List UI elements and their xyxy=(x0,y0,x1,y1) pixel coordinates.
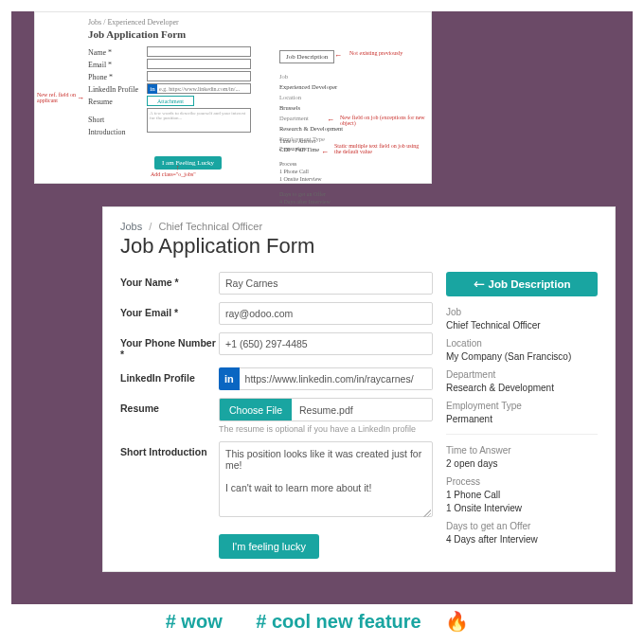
label-linkedin: LinkedIn Profile xyxy=(120,367,219,384)
sketch-jobdesc-button: Job Description xyxy=(279,50,334,63)
job-meta: JobChief Technical Officer LocationMy Co… xyxy=(446,306,598,426)
email-input[interactable] xyxy=(219,302,433,325)
label-email: Your Email * xyxy=(120,302,219,318)
arrow-icon: ← xyxy=(321,148,329,156)
intro-textarea[interactable] xyxy=(219,441,433,517)
form-column: Your Name * Your Email * Your Phone Numb… xyxy=(120,272,433,559)
annotation-add-class: Add class="o_jobs" xyxy=(151,171,196,177)
fire-icon: 🔥 xyxy=(445,611,469,632)
choose-file-button[interactable]: Choose File xyxy=(220,399,292,420)
sketch-submit-button: I am Feeling Lucky xyxy=(154,156,222,170)
phone-input[interactable] xyxy=(219,332,433,355)
job-application-card: Jobs / Chief Technical Officer Job Appli… xyxy=(102,206,616,572)
page-title: Job Application Form xyxy=(120,234,598,259)
annotation-not-existing: Not existing previously xyxy=(349,50,402,56)
sketch-breadcrumb: Jobs / Experienced Developer xyxy=(88,18,179,27)
sketch-field-inputs: ine.g. https://www.linkedin.com/in/... A… xyxy=(147,46,251,133)
linkedin-input[interactable] xyxy=(240,367,433,390)
breadcrumb-root[interactable]: Jobs xyxy=(88,18,101,27)
arrow-left-icon: 🡐 xyxy=(474,278,485,290)
divider xyxy=(446,434,598,435)
label-phone: Your Phone Number * xyxy=(120,332,219,360)
name-input[interactable] xyxy=(219,272,433,295)
resume-hint: The resume is optional if you have a Lin… xyxy=(219,424,433,434)
sidebar-column: 🡐 Job Description JobChief Technical Off… xyxy=(446,272,598,559)
label-intro: Short Introduction xyxy=(120,441,219,457)
breadcrumb: Jobs / Chief Technical Officer xyxy=(120,221,598,232)
sketch-mockup-panel: Jobs / Experienced Developer Job Applica… xyxy=(34,11,432,184)
linkedin-icon: in xyxy=(148,84,157,94)
hashtag-cool: # cool new feature 🔥 xyxy=(246,611,478,632)
arrow-icon: → xyxy=(173,165,182,172)
annotation-static-field: Static multiple text field on job using … xyxy=(334,143,420,154)
linkedin-icon: in xyxy=(219,367,240,390)
breadcrumb-current: Chief Technical Officer xyxy=(158,221,262,232)
breadcrumb-root-link[interactable]: Jobs xyxy=(120,221,142,232)
arrow-icon: ← xyxy=(327,116,334,124)
hashtag-wow: # wow xyxy=(166,611,223,632)
arrow-icon: ← xyxy=(334,51,342,60)
chosen-filename: Resume.pdf xyxy=(292,399,432,420)
sketch-field-labels: Name * Email * Phone * LinkedIn Profile … xyxy=(88,46,143,126)
submit-button[interactable]: I'm feeling lucky xyxy=(219,534,319,559)
job-timing: Time to Answer2 open days Process 1 Phon… xyxy=(446,444,598,546)
hashtag-footer: # wow # cool new feature 🔥 xyxy=(0,610,644,633)
annotation-new-field-job: New field on job (exceptions for new obj… xyxy=(340,115,425,126)
job-description-button[interactable]: 🡐 Job Description xyxy=(446,272,598,296)
arrow-icon: → xyxy=(77,94,84,102)
breadcrumb-current: Experienced Developer xyxy=(107,18,178,27)
sketch-title: Job Application Form xyxy=(88,28,186,40)
label-resume: Resume xyxy=(120,398,219,414)
label-name: Your Name * xyxy=(120,272,219,288)
